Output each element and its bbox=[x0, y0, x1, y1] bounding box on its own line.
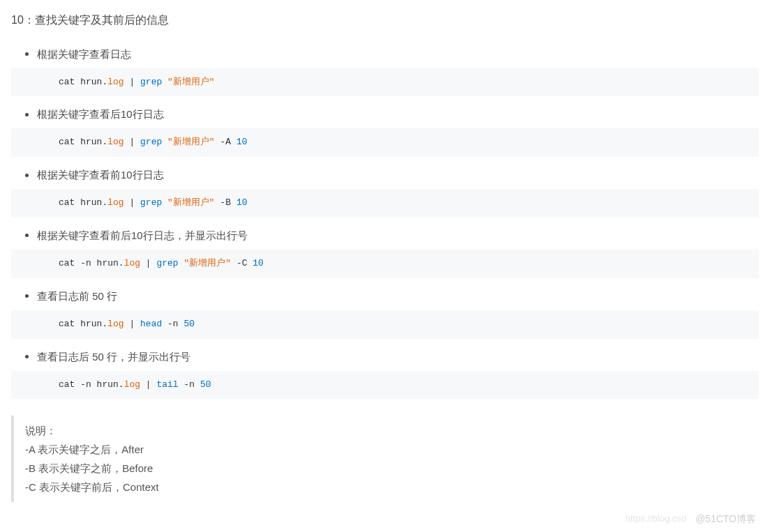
code-token: cat -n hrun. bbox=[59, 258, 124, 268]
watermark-url: https://blog.csd bbox=[626, 512, 686, 513]
code-token: grep bbox=[156, 258, 178, 268]
code-token: log bbox=[124, 258, 140, 268]
code-token: grep bbox=[140, 77, 162, 87]
bullet-icon bbox=[25, 355, 29, 358]
code-token: log bbox=[107, 77, 123, 87]
section-label: 查看日志前 50 行 bbox=[37, 288, 117, 305]
section-list: 根据关键字查看日志cat hrun.log | grep "新增用户"根据关键字… bbox=[11, 46, 759, 400]
code-token: 50 bbox=[200, 379, 211, 390]
desc-title: 说明： bbox=[25, 421, 748, 440]
bullet-icon bbox=[25, 52, 29, 56]
code-token: "新增用户" bbox=[167, 197, 215, 208]
code-token bbox=[162, 197, 167, 208]
code-token: | bbox=[124, 137, 140, 147]
code-token: | bbox=[140, 379, 156, 390]
bullet-row: 查看日志后 50 行，并显示出行号 bbox=[11, 349, 759, 365]
code-token: | bbox=[140, 258, 156, 268]
code-token: grep bbox=[140, 137, 162, 147]
desc-line: -A 表示关键字之后，After bbox=[25, 440, 748, 459]
bullet-row: 根据关键字查看前后10行日志，并显示出行号 bbox=[11, 227, 759, 244]
bullet-icon bbox=[25, 234, 29, 237]
section-label: 根据关键字查看前10行日志 bbox=[37, 167, 164, 183]
code-token: -C bbox=[231, 258, 252, 268]
section-label: 根据关键字查看日志 bbox=[37, 46, 131, 63]
code-token: log bbox=[107, 319, 123, 329]
section-item: 根据关键字查看日志cat hrun.log | grep "新增用户" bbox=[11, 46, 759, 97]
section-label: 查看日志后 50 行，并显示出行号 bbox=[37, 349, 190, 365]
code-token: cat hrun. bbox=[59, 77, 107, 87]
code-token bbox=[162, 77, 167, 87]
page-heading: 10：查找关键字及其前后的信息 bbox=[11, 11, 759, 29]
code-token: 10 bbox=[236, 137, 248, 147]
desc-line: -B 表示关键字之前，Before bbox=[25, 459, 748, 478]
bullet-icon bbox=[25, 174, 29, 177]
code-token: -n bbox=[179, 379, 200, 390]
bullet-icon bbox=[25, 294, 29, 298]
watermark-brand: @51CTO博客 bbox=[695, 511, 756, 514]
section-item: 查看日志后 50 行，并显示出行号cat -n hrun.log | tail … bbox=[11, 349, 759, 400]
code-token: cat hrun. bbox=[59, 137, 107, 147]
code-token: | bbox=[124, 319, 140, 329]
code-token: 10 bbox=[252, 258, 264, 268]
section-item: 根据关键字查看前10行日志cat hrun.log | grep "新增用户" … bbox=[11, 167, 759, 218]
code-token: 50 bbox=[183, 319, 195, 329]
code-block: cat hrun.log | grep "新增用户" -A 10 bbox=[11, 128, 759, 157]
code-token: grep bbox=[140, 197, 162, 208]
code-token: cat hrun. bbox=[59, 197, 107, 208]
bullet-row: 根据关键字查看日志 bbox=[11, 46, 759, 63]
code-token: | bbox=[124, 77, 140, 87]
code-token: -B bbox=[215, 197, 236, 208]
code-token: cat -n hrun. bbox=[59, 379, 124, 390]
code-block: cat hrun.log | head -n 50 bbox=[11, 310, 759, 339]
code-token: "新增用户" bbox=[167, 77, 215, 87]
code-token: 10 bbox=[236, 197, 248, 208]
code-token: head bbox=[140, 319, 162, 329]
code-block: cat hrun.log | grep "新增用户" bbox=[11, 68, 759, 97]
code-token: -n bbox=[162, 319, 183, 329]
section-item: 根据关键字查看前后10行日志，并显示出行号cat -n hrun.log | g… bbox=[11, 227, 759, 278]
code-token: -A bbox=[215, 137, 236, 147]
bullet-row: 根据关键字查看后10行日志 bbox=[11, 106, 759, 123]
bullet-row: 查看日志前 50 行 bbox=[11, 288, 759, 305]
bullet-row: 根据关键字查看前10行日志 bbox=[11, 167, 759, 183]
code-block: cat -n hrun.log | grep "新增用户" -C 10 bbox=[11, 250, 759, 278]
code-block: cat -n hrun.log | tail -n 50 bbox=[11, 371, 759, 400]
section-item: 根据关键字查看后10行日志cat hrun.log | grep "新增用户" … bbox=[11, 106, 759, 157]
code-token: log bbox=[124, 379, 140, 390]
bullet-icon bbox=[25, 113, 29, 116]
code-token: log bbox=[107, 197, 123, 208]
code-token: tail bbox=[156, 379, 178, 390]
description-block: 说明： -A 表示关键字之后，After-B 表示关键字之前，Before-C … bbox=[11, 416, 759, 502]
code-token: "新增用户" bbox=[167, 137, 215, 147]
code-token: cat hrun. bbox=[59, 319, 107, 329]
desc-line: -C 表示关键字前后，Context bbox=[25, 478, 748, 496]
section-item: 查看日志前 50 行cat hrun.log | head -n 50 bbox=[11, 288, 759, 339]
code-token: | bbox=[124, 197, 140, 208]
code-token: log bbox=[107, 137, 123, 147]
code-token: "新增用户" bbox=[183, 258, 231, 268]
section-label: 根据关键字查看后10行日志 bbox=[37, 106, 164, 123]
code-token bbox=[162, 137, 167, 147]
code-block: cat hrun.log | grep "新增用户" -B 10 bbox=[11, 189, 759, 218]
section-label: 根据关键字查看前后10行日志，并显示出行号 bbox=[37, 227, 248, 244]
